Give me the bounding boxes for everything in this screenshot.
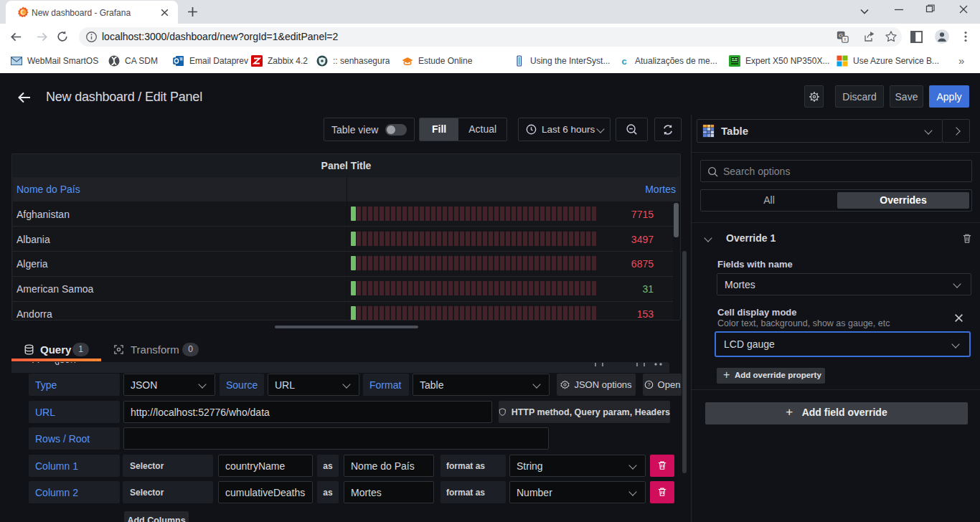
svg-text:x: x xyxy=(844,36,847,42)
svg-text:?: ? xyxy=(647,381,650,388)
svg-text:c: c xyxy=(621,56,626,67)
